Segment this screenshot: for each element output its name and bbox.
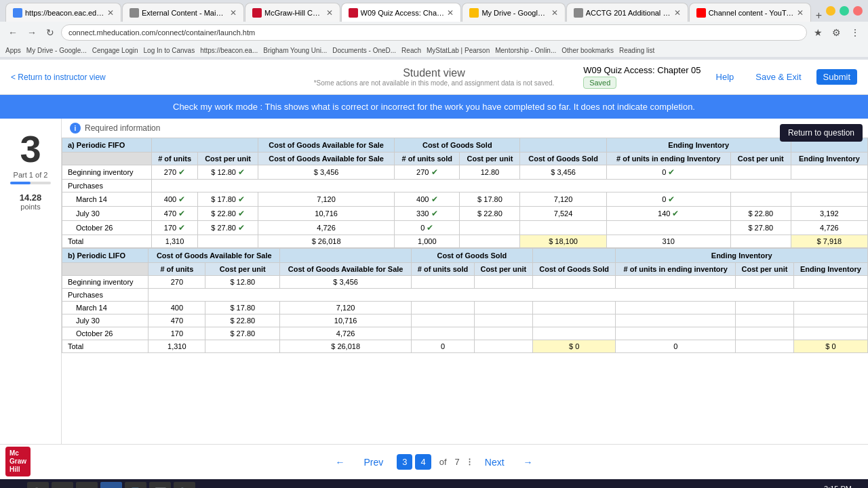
tab-close[interactable]: ✕ [230, 8, 237, 18]
table-b-spacer1 [280, 249, 412, 263]
tab-mcgraw[interactable]: McGraw-Hill Connect ✕ [245, 3, 340, 22]
taskbar-extra1[interactable]: 📄 [125, 482, 146, 488]
info-icon: i [70, 123, 81, 134]
tab-quiz[interactable]: W09 Quiz Access: Chapter 05 ✕ [341, 3, 462, 22]
cell: 470 ✔ [152, 207, 198, 221]
tab-close[interactable]: ✕ [326, 8, 333, 18]
table-row: March 14 400 $ 17.80 7,120 [62, 302, 868, 314]
tab-acctg[interactable]: ACCTG 201 Additional Study C... ✕ [566, 3, 688, 22]
cell [730, 165, 791, 180]
taskbar-extra2[interactable]: 📊 [149, 482, 171, 488]
bookmark-canvas[interactable]: Log In to Canvas [144, 47, 195, 54]
bookmark-button[interactable]: ★ [811, 26, 825, 39]
table-row: Purchases [62, 289, 868, 302]
taskbar-word[interactable]: W [100, 482, 122, 488]
cell-total-avail: $ 26,018 [258, 235, 395, 248]
tab-close[interactable]: ✕ [797, 8, 804, 18]
part-label: Part 1 of 2 [14, 171, 48, 179]
menu-button[interactable]: ⋮ [848, 26, 863, 39]
tab-youtube[interactable]: Channel content - YouTube St... ✕ [689, 3, 811, 22]
back-button[interactable]: ← [5, 26, 20, 39]
address-bar[interactable]: connect.mheducation.com/connect/containe… [61, 24, 807, 41]
tab-close[interactable]: ✕ [674, 8, 681, 18]
taskbar-file-explorer[interactable]: 📁 [52, 482, 73, 488]
cell: 330 ✔ [395, 207, 460, 221]
cell: $ 12.80 [205, 276, 280, 289]
cell-total-sold-b: 0 [412, 340, 475, 353]
cell [532, 302, 616, 314]
points-value: 14.28 [20, 192, 42, 203]
maximize-button[interactable] [840, 6, 849, 16]
quiz-title: W09 Quiz Access: Chapter 05 [583, 65, 701, 75]
bookmark-reach[interactable]: Reach [401, 47, 421, 54]
tab-favicon [13, 8, 22, 18]
cell [616, 302, 736, 314]
close-button[interactable] [853, 6, 863, 16]
bookmark-mentorship[interactable]: Mentorship - Onlin... [495, 47, 556, 54]
col-cost-sold-unit: Cost per unit [460, 152, 520, 165]
tab-gdrive[interactable]: My Drive - Google Drive ✕ [462, 3, 565, 22]
forward-button[interactable]: → [24, 26, 39, 39]
row-label-total: Total [62, 235, 152, 248]
cell: 400 ✔ [152, 192, 198, 207]
points-label: points [20, 203, 40, 211]
tab-external[interactable]: External Content - Main View /... ✕ [122, 3, 244, 22]
new-tab-button[interactable]: + [812, 9, 826, 22]
cell-total-units: 1,310 [152, 235, 198, 248]
submit-button[interactable]: Submit [816, 69, 857, 85]
cell: 270 ✔ [395, 165, 460, 180]
current-page[interactable]: 3 [397, 454, 412, 470]
cell: $ 12.80 ✔ [198, 165, 258, 180]
bookmark-reading[interactable]: Reading list [619, 47, 654, 54]
save-exit-button[interactable]: Save & Exit [749, 69, 808, 85]
tab-close[interactable]: ✕ [447, 8, 454, 18]
reload-button[interactable]: ↻ [43, 26, 57, 39]
help-button[interactable]: Help [709, 69, 741, 85]
cell: 4,726 [280, 327, 412, 340]
check-my-work-banner: Check my work mode : This shows what is … [0, 95, 868, 119]
prev-label-button[interactable]: Prev [358, 454, 389, 470]
check-icon: ✔ [668, 195, 675, 204]
cell [793, 302, 867, 314]
taskbar-time: 3:15 PM 2/28/2022 [824, 485, 863, 488]
cell: 3,192 [791, 207, 867, 221]
cell: $ 27.80 [205, 327, 280, 340]
cell-total-ending: 310 [606, 235, 730, 248]
taskbar-search[interactable]: 🔍 [27, 482, 49, 488]
back-to-instructor-link[interactable]: < Return to instructor view [11, 73, 106, 82]
cell [152, 180, 868, 192]
bookmark-mystatlab[interactable]: MyStatLab | Pearson [427, 47, 490, 54]
taskbar-extra3[interactable]: 🔧 [174, 482, 195, 488]
return-to-question-button[interactable]: Return to question [780, 124, 863, 142]
next-button[interactable]: → [518, 454, 538, 470]
minimize-button[interactable] [826, 6, 835, 16]
logo-line2: Graw [9, 458, 26, 466]
start-button[interactable]: ☰ [5, 485, 27, 488]
bookmark-apps[interactable]: Apps [5, 47, 21, 54]
extensions-button[interactable]: ⚙ [829, 26, 844, 39]
tab-close[interactable]: ✕ [107, 8, 114, 18]
row-label: Beginning inventory [62, 276, 149, 289]
cell [791, 165, 867, 180]
row-label: Beginning inventory [62, 165, 152, 180]
col-cost-avail-b: Cost of Goods Available for Sale [280, 263, 412, 276]
tab-beacon[interactable]: https://beacon.eac.edu:1443 ✕ [5, 3, 121, 22]
page-4[interactable]: 4 [415, 454, 431, 470]
bookmark-other[interactable]: Other bookmarks [561, 47, 614, 54]
bookmark-onedrive[interactable]: Documents - OneD... [332, 47, 396, 54]
taskbar-email[interactable]: ✉ [76, 482, 98, 488]
grid-view-icon[interactable]: ⁝ [468, 455, 471, 468]
cell: $ 22.80 [730, 207, 791, 221]
tab-close[interactable]: ✕ [551, 8, 558, 18]
cell [532, 276, 616, 289]
bookmark-cengage[interactable]: Cengage Login [92, 47, 138, 54]
bookmark-beacon[interactable]: https://beacon.ea... [200, 47, 258, 54]
bookmark-byu[interactable]: Brigham Young Uni... [263, 47, 327, 54]
cell-total-avail-b: $ 26,018 [280, 340, 412, 353]
prev-button[interactable]: ← [330, 454, 350, 470]
bookmark-gdrive[interactable]: My Drive - Google... [26, 47, 87, 54]
cell: 0 ✔ [606, 165, 730, 180]
next-label-button[interactable]: Next [479, 454, 510, 470]
check-icon: ✔ [178, 209, 185, 218]
col-cost-unit-b: Cost per unit [205, 263, 280, 276]
